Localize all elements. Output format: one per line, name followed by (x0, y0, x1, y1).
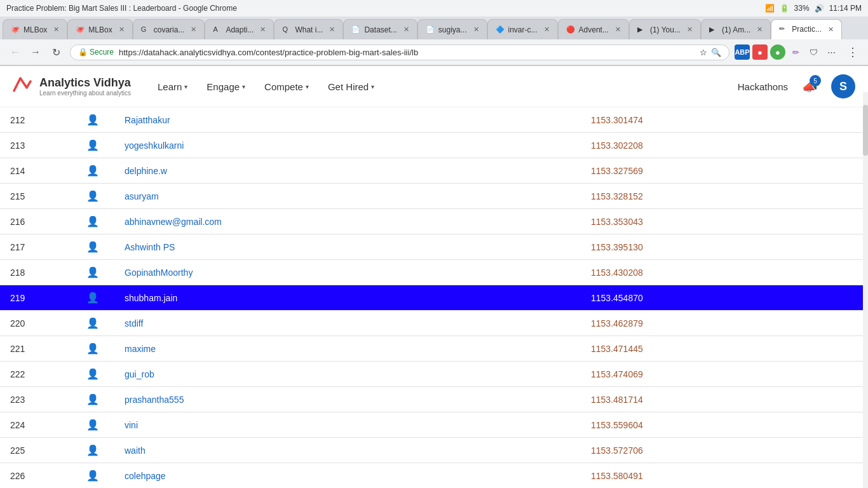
username-cell[interactable]: yogeshkulkarni (114, 133, 581, 158)
tab-close-button[interactable]: ✕ (191, 25, 196, 34)
tab-close-button[interactable]: ✕ (473, 25, 479, 34)
username-cell[interactable]: Ashwinth PS (114, 234, 581, 260)
browser-tab-tab-mlbox1[interactable]: 🐙MLBox✕ (3, 19, 67, 39)
tab-favicon: 📄 (351, 25, 360, 34)
ext-abp-icon[interactable]: ABP (735, 44, 750, 60)
tab-favicon: Q (282, 25, 291, 34)
username-cell[interactable]: delphine.w (114, 158, 581, 184)
username-link[interactable]: GopinathMoorthy (125, 268, 193, 278)
username-cell[interactable]: Rajatthakur (114, 107, 581, 133)
browser-tab-tab-covaria[interactable]: Gcovaria...✕ (133, 19, 205, 39)
volume-icon: 🔊 (815, 4, 824, 13)
username-cell[interactable]: gui_rob (114, 362, 581, 387)
tab-close-button[interactable]: ✕ (544, 25, 550, 34)
ext-dots-icon[interactable]: ⋯ (824, 44, 839, 60)
username-cell[interactable]: maxime (114, 336, 581, 362)
username-cell[interactable]: shubham.jain (114, 285, 581, 311)
tab-favicon: ▶ (637, 25, 646, 34)
username-link[interactable]: prashantha555 (125, 395, 184, 405)
username-link[interactable]: maxime (125, 344, 156, 354)
tab-favicon: ▶ (709, 25, 718, 34)
rank-cell: 226 (0, 463, 76, 489)
tab-close-button[interactable]: ✕ (687, 25, 693, 34)
browser-tab-tab-youtube2[interactable]: ▶(1) Am...✕ (701, 19, 771, 39)
username-cell[interactable]: waith (114, 438, 581, 463)
nav-link-learn[interactable]: Learn ▾ (150, 76, 195, 97)
ext-green-icon[interactable]: ● (770, 44, 785, 60)
nav-link-get-hired[interactable]: Get Hired ▾ (320, 76, 382, 97)
logo-area[interactable]: Analytics Vidhya Learn everything about … (13, 72, 131, 102)
table-row: 222👤gui_rob1153.474069 (0, 362, 868, 387)
back-button[interactable]: ← (6, 43, 24, 61)
reload-button[interactable]: ↻ (47, 43, 65, 61)
tab-close-button[interactable]: ✕ (260, 25, 266, 34)
username-cell[interactable]: abhinavnew@gmail.com (114, 209, 581, 234)
tab-close-button[interactable]: ✕ (53, 25, 59, 34)
tab-close-button[interactable]: ✕ (119, 25, 125, 34)
tab-favicon: 🔷 (496, 25, 505, 34)
score-cell: 1153.481714 (581, 387, 868, 412)
ext-red-icon[interactable]: ● (752, 44, 768, 60)
username-cell[interactable]: colehpage (114, 463, 581, 489)
scrollbar-thumb[interactable] (863, 105, 868, 156)
browser-tab-tab-practice[interactable]: ✏Practic...✕ (771, 19, 842, 39)
username-cell[interactable]: GopinathMoorthy (114, 260, 581, 285)
tab-close-button[interactable]: ✕ (403, 25, 409, 34)
browser-tab-tab-sugiya[interactable]: 📄sugiya...✕ (417, 19, 487, 39)
rank-cell: 223 (0, 387, 76, 412)
username-link[interactable]: abhinavnew@gmail.com (125, 217, 222, 227)
browser-tab-tab-what[interactable]: QWhat i...✕ (274, 19, 343, 39)
logo-text-block: Analytics Vidhya Learn everything about … (39, 76, 131, 97)
bookmark-icon[interactable]: ☆ (700, 48, 707, 57)
username-link[interactable]: gui_rob (125, 369, 154, 379)
hackathons-link[interactable]: Hackathons (738, 81, 788, 92)
engage-dropdown-arrow: ▾ (242, 83, 245, 90)
username-cell[interactable]: stdiff (114, 311, 581, 336)
username-link[interactable]: yogeshkulkarni (125, 140, 184, 151)
tab-close-button[interactable]: ✕ (615, 25, 621, 34)
notification-button[interactable]: 📣 5 (798, 75, 821, 98)
user-avatar[interactable]: S (831, 74, 855, 98)
score-cell: 1153.430208 (581, 260, 868, 285)
username-link[interactable]: asuryam (125, 191, 159, 201)
browser-tab-tab-youtube1[interactable]: ▶(1) You...✕ (629, 19, 701, 39)
browser-tab-tab-advent[interactable]: 🔴Advent...✕ (558, 19, 629, 39)
username-link[interactable]: vini (125, 420, 138, 430)
browser-tab-tab-dataset[interactable]: 📄Dataset...✕ (343, 19, 417, 39)
url-box[interactable]: 🔒 Secure https://datahack.analyticsvidhy… (70, 44, 729, 60)
username-cell[interactable]: prashantha555 (114, 387, 581, 412)
chrome-menu-button[interactable]: ⋮ (844, 43, 862, 61)
username-link[interactable]: Rajatthakur (125, 115, 170, 125)
user-icon-cell: 👤 (76, 184, 114, 209)
user-icon: 👤 (86, 267, 99, 278)
table-row: 218👤GopinathMoorthy1153.430208 (0, 260, 868, 285)
table-row: 220👤stdiff1153.462879 (0, 311, 868, 336)
username-link[interactable]: waith (125, 445, 146, 456)
rank-cell: 219 (0, 285, 76, 311)
compete-label: Compete (264, 81, 303, 92)
forward-button[interactable]: → (27, 43, 44, 61)
table-row: 219👤shubham.jain1153.454870 (0, 285, 868, 311)
user-icon-cell: 👤 (76, 133, 114, 158)
tab-close-button[interactable]: ✕ (828, 25, 834, 34)
nav-link-engage[interactable]: Engage ▾ (199, 76, 253, 97)
tab-favicon: 🐙 (76, 25, 85, 34)
browser-tab-tab-invar[interactable]: 🔷invar-c...✕ (487, 19, 558, 39)
browser-tab-tab-mlbox2[interactable]: 🐙MLBox✕ (67, 19, 132, 39)
nav-link-compete[interactable]: Compete ▾ (257, 76, 316, 97)
ext-shield-icon[interactable]: 🛡 (806, 44, 821, 60)
ext-pencil-icon[interactable]: ✏ (788, 44, 803, 60)
nav-links: Learn ▾ Engage ▾ Compete ▾ Get Hired ▾ (150, 76, 382, 97)
tab-close-button[interactable]: ✕ (329, 25, 335, 34)
username-cell[interactable]: asuryam (114, 184, 581, 209)
battery-percent: 33% (794, 4, 810, 13)
username-cell[interactable]: vini (114, 412, 581, 438)
tab-close-button[interactable]: ✕ (757, 25, 763, 34)
browser-tab-tab-adapti[interactable]: AAdapti...✕ (205, 19, 274, 39)
table-row: 215👤asuryam1153.328152 (0, 184, 868, 209)
username-link[interactable]: stdiff (125, 318, 143, 329)
username-link[interactable]: delphine.w (125, 166, 167, 176)
username-link[interactable]: Ashwinth PS (125, 242, 175, 252)
username-link[interactable]: shubham.jain (125, 293, 177, 303)
username-link[interactable]: colehpage (125, 471, 166, 481)
